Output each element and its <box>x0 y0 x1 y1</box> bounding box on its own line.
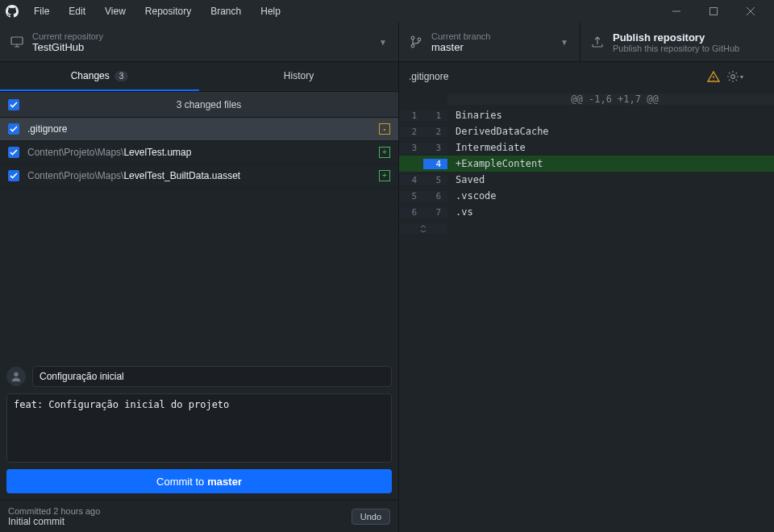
svg-point-5 <box>14 372 18 376</box>
changes-header-label: 3 changed files <box>27 99 390 110</box>
svg-rect-1 <box>11 37 23 44</box>
diff-line[interactable]: 22DerivedDataCache <box>399 123 774 139</box>
publish-subtitle: Publish this repository to GitHub <box>613 44 766 53</box>
publish-repository-button[interactable]: Publish repository Publish this reposito… <box>580 23 774 61</box>
commit-button-prefix: Commit to <box>156 476 204 488</box>
diff-line[interactable]: 33Intermediate <box>399 139 774 156</box>
diff-line[interactable]: 45Saved <box>399 172 774 188</box>
svg-point-6 <box>730 75 734 79</box>
avatar <box>6 367 26 386</box>
file-row[interactable]: Content\Projeto\Maps\LevelTest.umap <box>0 141 398 164</box>
menu-help[interactable]: Help <box>252 2 289 20</box>
window-maximize-icon[interactable] <box>695 0 732 23</box>
diff-line[interactable]: 4+ExampleContent <box>399 156 774 172</box>
gear-icon[interactable]: ▾ <box>726 68 743 85</box>
svg-point-4 <box>418 38 421 41</box>
warning-icon[interactable] <box>705 68 722 85</box>
diff-hunk-header: @@ -1,6 +1,7 @@ <box>399 91 774 107</box>
branch-label: Current branch <box>431 31 557 41</box>
tab-changes-count-badge: 3 <box>114 71 129 81</box>
last-commit-message: Initial commit <box>8 516 352 527</box>
menu-edit[interactable]: Edit <box>60 2 94 20</box>
left-panel: Changes 3 History 3 changed files .gitig… <box>0 62 399 532</box>
file-row[interactable]: .gitignore <box>0 118 398 141</box>
commit-button-branch: master <box>207 476 242 488</box>
undo-button[interactable]: Undo <box>352 509 390 525</box>
file-path: Content\Projeto\Maps\LevelTest_BuiltData… <box>27 170 379 181</box>
menu-file[interactable]: File <box>26 2 57 20</box>
repo-value: TestGitHub <box>32 41 376 53</box>
expand-hunk-button[interactable] <box>399 220 774 238</box>
commit-form: feat: Configuração inicial do projeto Co… <box>0 360 398 500</box>
tab-history[interactable]: History <box>199 62 398 91</box>
modified-icon <box>379 123 390 135</box>
changed-files-list: .gitignoreContent\Projeto\Maps\LevelTest… <box>0 118 398 188</box>
commit-summary-input[interactable] <box>32 366 392 387</box>
file-path: Content\Projeto\Maps\LevelTest.umap <box>27 147 379 158</box>
file-row[interactable]: Content\Projeto\Maps\LevelTest_BuiltData… <box>0 164 398 188</box>
commit-description-input[interactable]: feat: Configuração inicial do projeto <box>6 393 392 463</box>
diff-line[interactable]: 67.vs <box>399 204 774 220</box>
menu-view[interactable]: View <box>97 2 134 20</box>
file-checkbox[interactable] <box>8 123 19 135</box>
toolbar: Current repository TestGitHub ▼ Current … <box>0 23 774 62</box>
diff-line[interactable]: 11Binaries <box>399 107 774 123</box>
git-branch-icon <box>407 35 425 48</box>
window-minimize-icon[interactable] <box>658 0 695 23</box>
diff-header: .gitignore ▾ <box>399 62 774 91</box>
diff-panel: .gitignore ▾ @@ -1,6 +1,7 @@11Binaries22… <box>399 62 774 532</box>
menu-branch[interactable]: Branch <box>202 2 249 20</box>
github-logo-icon <box>5 4 19 19</box>
diff-filename: .gitignore <box>409 71 701 82</box>
tab-changes[interactable]: Changes 3 <box>0 62 199 91</box>
select-all-checkbox[interactable] <box>8 99 19 110</box>
chevron-down-icon: ▼ <box>376 38 390 47</box>
app-menu: File Edit View Repository Branch Help <box>26 2 289 20</box>
svg-rect-0 <box>710 8 718 15</box>
branch-value: master <box>431 41 557 53</box>
upload-icon <box>589 35 606 48</box>
repo-label: Current repository <box>32 31 376 41</box>
menu-repository[interactable]: Repository <box>137 2 199 20</box>
file-checkbox[interactable] <box>8 170 19 181</box>
current-branch-dropdown[interactable]: Current branch master ▼ <box>399 23 580 61</box>
file-path: .gitignore <box>27 123 379 135</box>
titlebar: File Edit View Repository Branch Help <box>0 0 774 23</box>
svg-point-3 <box>411 44 414 48</box>
desktop-icon <box>8 35 26 48</box>
left-tabs: Changes 3 History <box>0 62 398 91</box>
diff-view-toggle-icon[interactable] <box>747 68 764 85</box>
changes-header: 3 changed files <box>0 91 398 118</box>
diff-line[interactable]: 56.vscode <box>399 188 774 204</box>
diff-view: @@ -1,6 +1,7 @@11Binaries22DerivedDataCa… <box>399 91 774 238</box>
svg-point-2 <box>411 36 414 39</box>
file-checkbox[interactable] <box>8 147 19 158</box>
added-icon <box>379 147 390 158</box>
window-close-icon[interactable] <box>732 0 769 23</box>
current-repository-dropdown[interactable]: Current repository TestGitHub ▼ <box>0 23 399 61</box>
last-commit-bar: Committed 2 hours ago Initial commit Und… <box>0 500 398 532</box>
commit-button[interactable]: Commit to master <box>6 469 392 493</box>
last-commit-time: Committed 2 hours ago <box>8 506 352 516</box>
tab-changes-label: Changes <box>71 70 110 81</box>
added-icon <box>379 170 390 181</box>
tab-history-label: History <box>284 70 314 81</box>
chevron-down-icon: ▼ <box>557 38 572 47</box>
publish-title: Publish repository <box>613 31 766 44</box>
